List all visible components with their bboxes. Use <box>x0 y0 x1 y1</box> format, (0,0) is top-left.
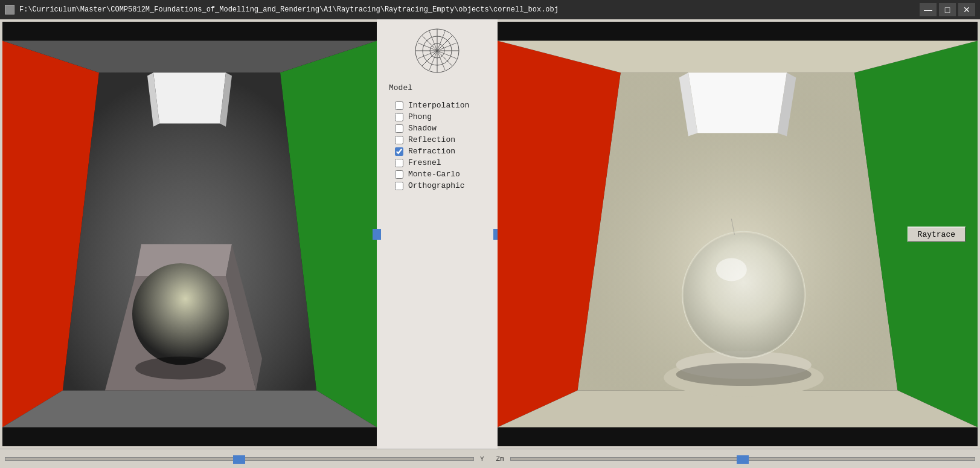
checkbox-reflection[interactable] <box>395 136 403 144</box>
checkbox-container: InterpolationPhongShadowReflectionRefrac… <box>389 101 492 190</box>
title-bar-controls: — □ ✕ <box>920 3 975 16</box>
checkbox-label-fresnel: Fresnel <box>408 158 441 167</box>
svg-rect-30 <box>498 427 978 446</box>
middle-wrapper: Model InterpolationPhongShadowReflection… <box>377 19 498 449</box>
checkbox-label-phong: Phong <box>408 112 432 121</box>
title-bar: F:\Curriculum\Master\COMP5812M_Foundatio… <box>0 0 980 19</box>
middle-panel: Model InterpolationPhongShadowReflection… <box>377 19 498 449</box>
model-label: Model <box>389 83 412 92</box>
checkbox-row-shadow: Shadow <box>395 124 492 133</box>
checkbox-label-shadow: Shadow <box>408 124 437 133</box>
right-render-panel: Raytrace <box>498 22 978 446</box>
svg-point-15 <box>132 263 229 365</box>
y-label: Y <box>480 455 484 463</box>
svg-rect-2 <box>2 427 377 446</box>
checkbox-row-reflection: Reflection <box>395 135 492 144</box>
right-canvas-area <box>498 22 978 446</box>
checkbox-interpolation[interactable] <box>395 101 403 110</box>
close-button[interactable]: ✕ <box>958 3 975 16</box>
checkbox-shadow[interactable] <box>395 124 403 133</box>
left-scroll-thumb[interactable] <box>233 455 245 464</box>
right-render-canvas <box>498 22 978 446</box>
left-render-canvas <box>2 22 377 446</box>
svg-point-16 <box>135 357 226 380</box>
title-bar-title: F:\Curriculum\Master\COMP5812M_Foundatio… <box>19 5 559 14</box>
raytrace-button[interactable]: Raytrace <box>908 226 966 242</box>
svg-point-44 <box>684 232 804 357</box>
checkbox-label-interpolation: Interpolation <box>408 101 469 110</box>
checkbox-montecarlo[interactable] <box>395 170 403 179</box>
maximize-button[interactable]: □ <box>939 3 956 16</box>
svg-rect-29 <box>498 22 978 41</box>
checkbox-phong[interactable] <box>395 113 403 121</box>
svg-point-45 <box>716 258 747 281</box>
title-bar-left: F:\Curriculum\Master\COMP5812M_Foundatio… <box>5 5 559 14</box>
left-canvas-area <box>2 22 377 446</box>
svg-marker-38 <box>688 72 787 133</box>
checkbox-fresnel[interactable] <box>395 159 403 167</box>
left-render-panel <box>2 22 377 446</box>
right-scroll-track[interactable] <box>510 457 975 461</box>
checkbox-orthographic[interactable] <box>395 182 403 190</box>
checkbox-row-interpolation: Interpolation <box>395 101 492 110</box>
zm-label: Zm <box>496 455 504 463</box>
checkbox-label-refraction: Refraction <box>408 147 455 156</box>
checkbox-row-montecarlo: Monte-Carlo <box>395 170 492 179</box>
right-scroll-thumb[interactable] <box>737 455 749 464</box>
app-icon <box>5 5 14 14</box>
bottom-bar: Y Zm <box>0 449 980 468</box>
minimize-button[interactable]: — <box>920 3 937 16</box>
checkbox-row-phong: Phong <box>395 112 492 121</box>
checkbox-refraction[interactable] <box>395 147 403 156</box>
svg-marker-12 <box>153 72 226 123</box>
checkbox-label-orthographic: Orthographic <box>408 181 465 190</box>
left-scroll-handle[interactable] <box>373 229 381 240</box>
checkbox-row-fresnel: Fresnel <box>395 158 492 167</box>
checkbox-row-orthographic: Orthographic <box>395 181 492 190</box>
left-scroll-track[interactable] <box>5 457 474 461</box>
main-content: Model InterpolationPhongShadowReflection… <box>0 19 980 449</box>
svg-marker-6 <box>2 390 377 427</box>
checkbox-label-reflection: Reflection <box>408 135 455 144</box>
svg-point-46 <box>676 363 812 386</box>
checkbox-row-refraction: Refraction <box>395 147 492 156</box>
checkbox-label-montecarlo: Monte-Carlo <box>408 170 460 179</box>
radar-icon <box>413 27 461 75</box>
svg-rect-1 <box>2 22 377 41</box>
